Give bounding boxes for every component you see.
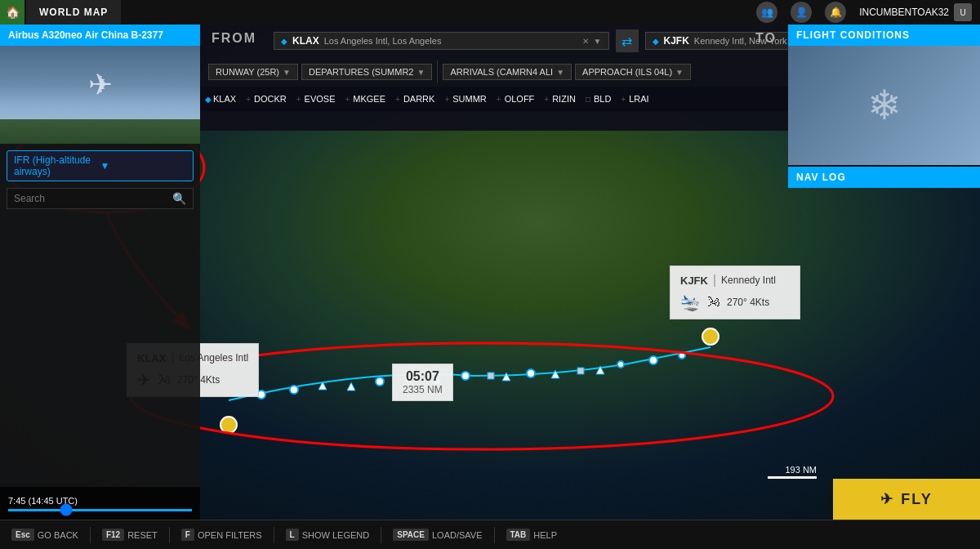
ifr-dropdown-arrow: ▼ (100, 160, 187, 172)
kjfk-wind: 270° 4Kts (727, 297, 769, 308)
nav-log-header: NAV LOG (788, 167, 980, 188)
scale-label: 193 NM (785, 465, 817, 475)
to-label: TO (744, 25, 788, 52)
shortcut-key: F12 (102, 529, 124, 541)
from-airport-selector[interactable]: ◆ KLAX Los Angeles Intl, Los Angeles ✕ ▼ (274, 32, 609, 50)
waypoint-code: BLD (594, 94, 611, 104)
to-diamond-icon: ◆ (653, 37, 659, 46)
ifr-label: IFR (High-altitude airways) (14, 154, 100, 177)
bottom-bar-item-f12[interactable]: F12RESET (91, 529, 169, 541)
weather-preview: ❄ (788, 46, 980, 165)
runway-label: RUNWAY (25R) (216, 67, 279, 77)
search-input[interactable] (14, 193, 167, 204)
username: INCUMBENTOAK32 (859, 7, 949, 18)
arrivals-select[interactable]: ARRIVALS (CAMRN4 ALI ▼ (443, 64, 572, 80)
kjfk-code: KJFK (680, 274, 708, 287)
from-airport-name: Los Angeles Intl, Los Angeles (324, 36, 577, 46)
time-slider[interactable] (8, 509, 192, 511)
departures-select[interactable]: DEPARTURES (SUMMR2 ▼ (301, 64, 432, 80)
waypoint-item[interactable]: ◆KLAX (200, 94, 241, 104)
flight-info-box: 05:07 2335 NM (392, 364, 453, 401)
kjfk-wind-icon: 🌬 (707, 295, 720, 310)
fly-button[interactable]: ✈ FLY (833, 479, 980, 520)
fly-icon: ✈ (880, 490, 894, 508)
header-divider (437, 60, 438, 83)
ifr-dropdown[interactable]: IFR (High-altitude airways) ▼ (7, 150, 194, 181)
time-bar: 7:45 (14:45 UTC) (0, 487, 200, 520)
to-airport-code: KJFK (664, 35, 689, 47)
from-dropdown-arrow[interactable]: ▼ (594, 37, 602, 46)
home-button[interactable]: 🏠 (0, 0, 24, 25)
shortcut-label: LOAD/SAVE (432, 530, 483, 540)
people-icon[interactable]: 👥 (756, 2, 777, 23)
waypoint-item[interactable]: +DOCKR (241, 94, 292, 104)
bottom-bar-item-space[interactable]: SPACELOAD/SAVE (381, 529, 493, 541)
flight-conditions-header: FLIGHT CONDITIONS (788, 25, 980, 46)
departures-arrow: ▼ (417, 68, 425, 77)
approach-arrow: ▼ (675, 68, 684, 77)
user-avatar[interactable]: U (954, 3, 972, 21)
from-diamond-icon: ◆ (281, 37, 287, 46)
arrival-plane-icon: 🛬 (680, 292, 701, 312)
shortcut-key: F (181, 529, 194, 541)
waypoint-code: LRAI (629, 94, 648, 104)
aircraft-preview: ✈ (0, 46, 200, 144)
kjfk-name: Kennedy Intl (721, 274, 776, 286)
waypoint-code: OLOFF (505, 94, 535, 104)
waypoint-code: MKGEE (353, 94, 385, 104)
shortcut-label: OPEN FILTERS (198, 530, 262, 540)
top-bar: 🏠 WORLD MAP 👥 👤 🔔 INCUMBENTOAK32 U (0, 0, 980, 25)
shortcut-label: GO BACK (38, 530, 78, 540)
waypoint-code: RIZIN (552, 94, 576, 104)
flight-time: 05:07 (403, 369, 443, 384)
from-airport-code: KLAX (292, 35, 319, 47)
shortcut-key: SPACE (393, 529, 429, 541)
waypoint-item[interactable]: +OLOFF (492, 94, 540, 104)
kjfk-tooltip: KJFK | Kennedy Intl 🛬 🌬 270° 4Kts (670, 266, 800, 319)
bottom-bar-item-l[interactable]: LSHOW LEGEND (274, 529, 381, 541)
shortcut-key: TAB (506, 529, 531, 541)
map-scale: 193 NM (768, 465, 817, 479)
app-title: WORLD MAP (26, 0, 121, 25)
shortcut-label: RESET (127, 530, 158, 540)
from-label: FROM (200, 25, 274, 57)
waypoint-code: DARRK (403, 94, 435, 104)
bottom-bar-item-esc[interactable]: EscGO BACK (0, 529, 90, 541)
departures-label: DEPARTURES (SUMMR2 (309, 67, 414, 77)
swap-airports-button[interactable]: ⇄ (616, 29, 639, 52)
waypoint-item[interactable]: □BLD (581, 94, 616, 104)
user-info: INCUMBENTOAK32 U (859, 3, 972, 21)
waypoint-item[interactable]: +LRAI (616, 94, 653, 104)
weather-icon: ❄ (867, 82, 902, 129)
shortcut-label: HELP (533, 530, 557, 540)
from-clear-button[interactable]: ✕ (582, 37, 589, 46)
waypoint-code: EVOSE (305, 94, 336, 104)
bottom-bar: EscGO BACKF12RESETFOPEN FILTERSLSHOW LEG… (0, 520, 980, 549)
waypoint-item[interactable]: +EVOSE (292, 94, 341, 104)
shortcut-key: L (286, 529, 299, 541)
waypoint-item[interactable]: +SUMMR (439, 94, 491, 104)
waypoint-code: SUMMR (452, 94, 487, 104)
waypoint-code: KLAX (213, 94, 236, 104)
flight-distance: 2335 NM (403, 384, 443, 395)
fly-label: FLY (901, 491, 932, 508)
runway-arrow: ▼ (283, 68, 291, 77)
search-icon: 🔍 (172, 192, 186, 205)
shortcut-key: Esc (11, 529, 34, 541)
bell-icon[interactable]: 🔔 (825, 2, 846, 23)
scale-bar (768, 476, 817, 479)
shortcut-label: SHOW LEGEND (302, 530, 370, 540)
arrivals-label: ARRIVALS (CAMRN4 ALI (450, 67, 553, 77)
left-panel: Airbus A320neo Air China B-2377 ✈ IFR (H… (0, 25, 200, 520)
waypoint-item[interactable]: +DARRK (390, 94, 439, 104)
waypoint-code: DOCKR (254, 94, 287, 104)
runway-select[interactable]: RUNWAY (25R) ▼ (208, 64, 298, 80)
search-box[interactable]: 🔍 (7, 188, 194, 209)
waypoint-item[interactable]: +RIZIN (539, 94, 581, 104)
waypoint-item[interactable]: +MKGEE (340, 94, 390, 104)
bottom-bar-item-f[interactable]: FOPEN FILTERS (170, 529, 274, 541)
right-panel: FLIGHT CONDITIONS ❄ NAV LOG (788, 25, 980, 188)
person-icon[interactable]: 👤 (791, 2, 812, 23)
approach-select[interactable]: APPROACH (ILS 04L) ▼ (575, 64, 691, 80)
bottom-bar-item-tab[interactable]: TABHELP (495, 529, 569, 541)
